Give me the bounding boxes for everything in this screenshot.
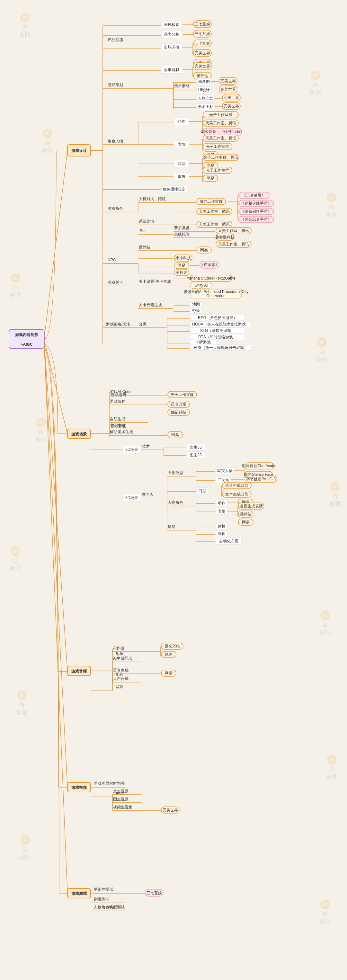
szr-text: 数字人 xyxy=(142,492,154,497)
wssv-text: 文生视频 xyxy=(113,789,129,793)
lxtg-text: 离线托管 xyxy=(174,232,189,237)
game-test-label: 游戏测试 xyxy=(71,891,87,896)
leaf-ajcode-text: 光子工作室群 xyxy=(170,392,194,397)
leaf-rwjue-bq2-text: 英伟达 xyxy=(240,512,251,516)
yjsx-label: 游戏角色 xyxy=(108,206,123,211)
jsrw-label: 角色人物 xyxy=(108,139,123,143)
yjgk-label: 游戏关卡 xyxy=(108,280,123,285)
leaf-sctj1-text: 三七互娱 xyxy=(195,41,210,46)
conn-scene xyxy=(45,340,67,434)
aizq-text: AI作曲 xyxy=(113,646,124,650)
svssv-text: 视频生视频 xyxy=(113,805,132,810)
ajcode-text: 游戏AI Code xyxy=(110,390,132,394)
leaf-xx1-text: 光子工作室群 xyxy=(206,168,229,173)
uisj-text: UI设计 xyxy=(198,88,210,92)
rjdk-text: 人机对抗、陪练 xyxy=(139,197,166,201)
leaf-fzmts-text: 网易 xyxy=(171,433,179,437)
root-label-2: +AIGC xyxy=(21,342,32,347)
bj-text: 编辑 xyxy=(218,531,226,536)
leaf-phxcs-text: 三七互娱 xyxy=(146,891,162,895)
rwjue-bq-text: 表情 xyxy=(218,509,226,514)
leaf-npc-wy-text: 网易 xyxy=(178,263,185,268)
yjbc-text: 游戏编程 xyxy=(110,399,125,404)
leaf-aizq1-text: 昆仑万维 xyxy=(164,644,180,648)
leaf-qhcm-text: 三七互娱 xyxy=(195,22,210,26)
slg-text: SLG（策略类游戏） xyxy=(200,328,235,333)
fwg-text: 反外挂 xyxy=(139,245,150,249)
leaf-npc-ywd-text: 英伟达 xyxy=(176,270,187,275)
aisc-text: AI生成配乐 xyxy=(113,656,132,660)
leaf-fwg-text: 网易 xyxy=(200,248,208,252)
bot-text: Bot xyxy=(140,229,146,233)
yx-label: 音效 xyxy=(116,684,123,689)
mssz-label: 美术素材 xyxy=(174,84,189,88)
leaf-gstc2-text: 英伟达 xyxy=(197,73,208,78)
gkyxsc-text: 关卡元素生成 xyxy=(139,303,162,307)
rshs-text: 人声合成 xyxy=(113,676,129,681)
plfx-text: 品类分析 xyxy=(164,32,179,37)
leaf-cyhq-text: 《穿越火线手游》 xyxy=(240,201,272,206)
npc-label: NPC xyxy=(108,258,116,262)
leaf-yahaha-text: Yahaha Studio的Text2Game xyxy=(187,276,236,280)
kx-text: 口型 xyxy=(178,161,185,166)
game-video-label: 游戏视频 xyxy=(71,785,87,790)
gstc-text: 故事题材 xyxy=(164,67,179,72)
rwjhxcs-text: 人物角色唤醒测试 xyxy=(94,905,125,909)
leaf-unity-text: Unity AI xyxy=(194,283,208,288)
leaf-txai-text2: Generation xyxy=(206,294,225,298)
main-container: 象 自象限 象 自象限 象 自象限 象 自象限 象 自象限 象 自象限 象 自象… xyxy=(0,0,347,978)
dongzuo-text: 动作 xyxy=(178,119,185,124)
cpljx-label: 产品立项 xyxy=(108,38,123,42)
leaf-aizq2-text: 网易 xyxy=(165,652,172,657)
moba-text: MOBA（多人在线战术竞技游戏） xyxy=(192,322,249,326)
hfjx-text: 画风检索 xyxy=(164,22,179,27)
dt-text: 地图 xyxy=(192,302,200,307)
zdcbj-text: 自动化布景 xyxy=(219,539,239,543)
yy-text: 野怪 xyxy=(192,309,200,313)
leaf-bq1-text: 天美工作室、腾讯 xyxy=(205,136,236,140)
leaf-yyscsc-text: 网易 xyxy=(165,671,172,675)
leaf-ecy-text: 字节跳动PAniC-3 xyxy=(246,477,276,481)
fl-text: 分类 xyxy=(139,322,146,326)
leaf-mstb-text: 完美世界 xyxy=(224,104,239,108)
leaf-gstc1-text: 完美世界 xyxy=(195,64,210,68)
leaf-gnt-text: 完美世界 xyxy=(220,79,236,83)
leaf-rwlh-text: 完美世界 xyxy=(224,95,239,100)
leaf-szr-kx1-text: 语音生成口型 xyxy=(225,483,248,488)
leaf-kx1-text: 光子工作室群、腾讯 xyxy=(204,155,238,160)
phxcs-text: 平衡性测试 xyxy=(94,887,113,892)
xsrw-text: 写实人物 xyxy=(217,468,232,473)
szr-kx-text: 口型 xyxy=(199,489,206,493)
leaf-rwjue-bq1-text: 语音生成表情 xyxy=(240,504,263,508)
ecy-text: 二次元 xyxy=(218,477,229,482)
leaf-dz1-text: 光子工作室群 xyxy=(209,113,232,117)
leaf-rwjue-bq3-text: 网易 xyxy=(242,520,250,524)
ws3d-text: 文生3D xyxy=(189,445,202,450)
xx-text: 形象 xyxy=(178,174,185,179)
fzmts-text: 辅助美术生成 xyxy=(110,430,133,434)
pyle-label: 配乐 xyxy=(116,651,123,656)
yyscsc-text: 语音生成 xyxy=(113,668,129,673)
yjcl-label: 游戏策略/玩法 xyxy=(106,322,130,326)
bq-text: 表情 xyxy=(178,142,185,146)
conn-video xyxy=(45,346,67,787)
leaf-yjbc2-text: 触记科技 xyxy=(171,410,186,415)
leaf-shmy-text: 《使命召唤手游》 xyxy=(240,209,272,214)
leaf-dz2-text: 天美工作室、腾讯 xyxy=(205,121,236,125)
kp-text: 卡牌游戏 xyxy=(195,340,211,344)
leaf-xx2-text: 网易 xyxy=(207,176,214,181)
jhsc-text: 交互生成 xyxy=(110,423,125,428)
root-label-1: 游戏内容制作 xyxy=(15,332,38,337)
leaf-qhcm2-text: 三七互娱 xyxy=(195,32,210,36)
rwlh-text: 人物立绘 xyxy=(198,96,213,100)
tssv-text: 图生视频 xyxy=(113,797,129,801)
yjch-label: 游戏策划 xyxy=(108,83,123,87)
rwlx-text: 人物类型 xyxy=(168,470,183,475)
rpg-text: RPG（角色扮演游戏） xyxy=(198,315,237,320)
gnt-text: 概念图 xyxy=(198,80,210,84)
hmssz-text: 游戏画面实时增强 xyxy=(94,781,125,786)
mindmap: 游戏内容制作 +AIGC 游戏设计 产品立项 画风检索 三七互娱 品类分析 三七… xyxy=(3,6,347,970)
rts-text: RTS（即时战略游戏） xyxy=(198,335,237,339)
leaf-xtjq-text: 天美工作室、腾讯 xyxy=(199,222,230,226)
leaf-xsrw1-text: 影眸科技ChatAvatar xyxy=(242,464,277,468)
